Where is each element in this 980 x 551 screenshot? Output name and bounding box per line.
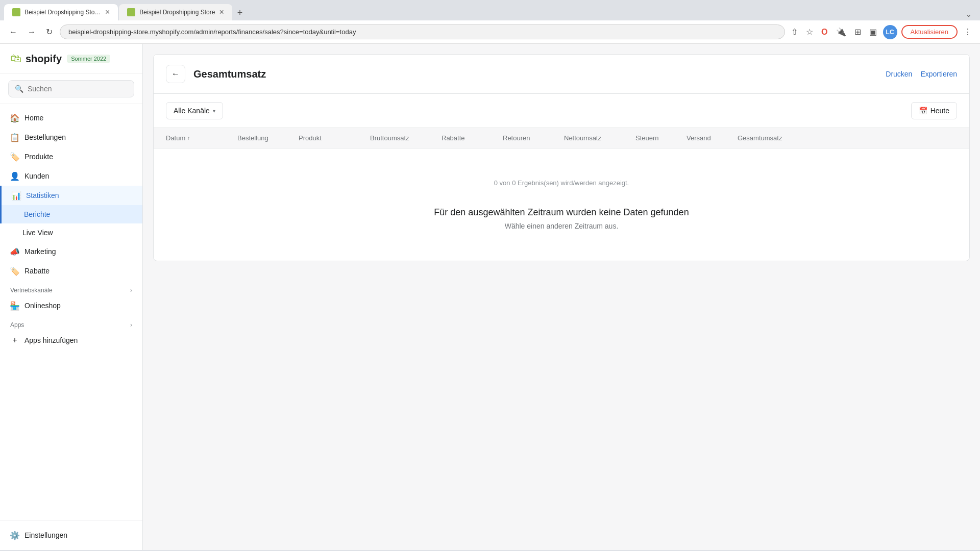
forward-nav-button[interactable]: → bbox=[24, 26, 39, 39]
extensions-button[interactable]: 🔌 bbox=[834, 25, 848, 39]
tab-favicon-1 bbox=[12, 8, 20, 16]
new-tab-button[interactable]: + bbox=[233, 6, 247, 20]
sidebar-item-online-shop[interactable]: 🏪 Onlineshop bbox=[0, 296, 142, 315]
filter-bar: Alle Kanäle ▾ 📅 Heute bbox=[154, 94, 969, 128]
sidebar-item-discounts[interactable]: 🏷️ Rabatte bbox=[0, 261, 142, 281]
sidebar-item-home-label: Home bbox=[24, 114, 43, 122]
sidebar-item-orders[interactable]: 📋 Bestellungen bbox=[0, 128, 142, 147]
shopify-icon: 🛍 bbox=[10, 52, 21, 65]
tab-bar: Beispiel Dropshipping Store ·... × Beisp… bbox=[0, 0, 980, 20]
sidebar-item-add-apps-label: Apps hinzufügen bbox=[24, 336, 78, 344]
update-button[interactable]: Aktualisieren bbox=[901, 25, 958, 39]
browser-toolbar: ← → ↻ ⇧ ☆ O 🔌 ⊞ ▣ LC Aktualisieren ⋮ bbox=[0, 20, 980, 44]
search-input[interactable] bbox=[28, 85, 128, 93]
page-header-actions: Drucken Exportieren bbox=[886, 70, 957, 78]
empty-count: 0 von 0 Ergebnis(sen) wird/werden angeze… bbox=[494, 179, 629, 187]
col-header-produkt: Produkt bbox=[299, 134, 370, 142]
sidebar-nav: 🏠 Home 📋 Bestellungen 🏷️ Produkte 👤 Kund… bbox=[0, 104, 142, 520]
search-icon: 🔍 bbox=[15, 85, 23, 93]
back-nav-button[interactable]: ← bbox=[6, 26, 20, 39]
opera-icon[interactable]: O bbox=[819, 26, 829, 39]
sidebar-item-customers-label: Kunden bbox=[24, 172, 49, 180]
apps-chevron: › bbox=[130, 321, 132, 329]
tab-close-2[interactable]: × bbox=[219, 8, 224, 16]
reload-button[interactable]: ↻ bbox=[43, 25, 56, 39]
sidebar-item-marketing-label: Marketing bbox=[24, 247, 56, 256]
col-header-steuern: Steuern bbox=[635, 134, 687, 142]
col-header-bruttoumsatz: Bruttoumsatz bbox=[370, 134, 442, 142]
discounts-icon: 🏷️ bbox=[10, 266, 19, 276]
col-header-nettoumsatz: Nettoumsatz bbox=[564, 134, 635, 142]
sidebar-item-discounts-label: Rabatte bbox=[24, 267, 50, 275]
sidebar-item-liveview-label: Live View bbox=[22, 229, 53, 237]
channels-filter-button[interactable]: Alle Kanäle ▾ bbox=[166, 102, 223, 119]
settings-icon: ⚙️ bbox=[10, 531, 19, 540]
address-bar[interactable] bbox=[60, 24, 785, 39]
back-button[interactable]: ← bbox=[166, 65, 185, 83]
print-button[interactable]: Drucken bbox=[886, 70, 912, 78]
calendar-icon: 📅 bbox=[919, 107, 927, 115]
marketing-icon: 📣 bbox=[10, 247, 19, 256]
channels-filter-label: Alle Kanäle bbox=[174, 107, 210, 115]
apps-section: Apps › bbox=[0, 315, 142, 331]
sidebar-item-customers[interactable]: 👤 Kunden bbox=[0, 166, 142, 186]
date-filter-button[interactable]: 📅 Heute bbox=[911, 102, 957, 119]
sidebar: 🛍 shopify Sommer 2022 🔍 🏠 Home bbox=[0, 44, 143, 550]
browser-tab-2[interactable]: Beispiel Dropshipping Store × bbox=[119, 4, 232, 20]
browser-window: Beispiel Dropshipping Store ·... × Beisp… bbox=[0, 0, 980, 551]
sidebar-item-settings-label: Einstellungen bbox=[24, 531, 67, 539]
browser-user-avatar[interactable]: LC bbox=[883, 25, 897, 39]
col-header-versand: Versand bbox=[687, 134, 738, 142]
sidebar-item-add-apps[interactable]: + Apps hinzufügen bbox=[0, 331, 142, 350]
share-button[interactable]: ⇧ bbox=[789, 25, 800, 39]
col-header-retouren: Retouren bbox=[503, 134, 564, 142]
sidebar-item-liveview[interactable]: Live View bbox=[0, 223, 142, 242]
search-bar: 🔍 bbox=[0, 74, 142, 104]
sidebar-item-statistics-label: Statistiken bbox=[26, 191, 59, 199]
home-icon: 🏠 bbox=[10, 113, 19, 122]
products-icon: 🏷️ bbox=[10, 152, 19, 161]
empty-subtitle: Wähle einen anderen Zeitraum aus. bbox=[505, 222, 619, 230]
shopify-logo: 🛍 shopify bbox=[10, 52, 62, 65]
sales-channels-section: Vertriebskanäle › bbox=[0, 281, 142, 296]
search-input-wrap: 🔍 bbox=[8, 80, 134, 97]
sidebar-item-statistics[interactable]: 📊 Statistiken bbox=[0, 186, 142, 205]
menu-button[interactable]: ⋮ bbox=[962, 25, 974, 39]
grid-button[interactable]: ⊞ bbox=[852, 25, 863, 39]
export-button[interactable]: Exportieren bbox=[920, 70, 957, 78]
sidebar-item-products[interactable]: 🏷️ Produkte bbox=[0, 147, 142, 166]
browser-tab-1[interactable]: Beispiel Dropshipping Store ·... × bbox=[4, 4, 118, 20]
tab-close-1[interactable]: × bbox=[105, 8, 110, 16]
tab-title-1: Beispiel Dropshipping Store ·... bbox=[24, 9, 101, 16]
sidebar-item-reports[interactable]: Berichte bbox=[0, 205, 142, 223]
bookmark-button[interactable]: ☆ bbox=[804, 25, 815, 39]
shopify-brand-name: shopify bbox=[26, 53, 62, 65]
sort-icon-datum: ↑ bbox=[187, 135, 190, 141]
table-header: Datum ↑ Bestellung Produkt Bruttoumsatz … bbox=[154, 128, 969, 148]
sidebar-item-online-shop-label: Onlineshop bbox=[24, 302, 61, 310]
add-apps-icon: + bbox=[10, 336, 19, 345]
sidebar-item-home[interactable]: 🏠 Home bbox=[0, 108, 142, 128]
tab-title-2: Beispiel Dropshipping Store bbox=[139, 9, 215, 16]
sidebar-item-reports-label: Berichte bbox=[24, 210, 50, 218]
empty-title: Für den ausgewählten Zeitraum wurden kei… bbox=[434, 207, 689, 218]
tab-more-button[interactable]: ⌄ bbox=[962, 8, 976, 20]
page-title: Gesamtumsatz bbox=[193, 68, 266, 80]
sidebar-toggle-button[interactable]: ▣ bbox=[867, 25, 879, 39]
sidebar-item-orders-label: Bestellungen bbox=[24, 133, 66, 141]
page-header: ← Gesamtumsatz Drucken Exportieren bbox=[154, 55, 969, 94]
col-header-bestellung: Bestellung bbox=[237, 134, 299, 142]
main-content: ← Gesamtumsatz Drucken Exportieren Alle … bbox=[143, 44, 980, 550]
date-filter-label: Heute bbox=[930, 107, 949, 115]
sales-channels-chevron: › bbox=[130, 287, 132, 294]
page-header-left: ← Gesamtumsatz bbox=[166, 65, 266, 83]
sidebar-item-marketing[interactable]: 📣 Marketing bbox=[0, 242, 142, 261]
statistics-icon: 📊 bbox=[12, 191, 21, 200]
table-empty-state: 0 von 0 Ergebnis(sen) wird/werden angeze… bbox=[154, 148, 969, 261]
sidebar-item-settings[interactable]: ⚙️ Einstellungen bbox=[10, 527, 132, 544]
col-header-rabatte: Rabatte bbox=[442, 134, 503, 142]
sidebar-footer: ⚙️ Einstellungen bbox=[0, 520, 142, 550]
browser-actions: ⇧ ☆ O 🔌 ⊞ ▣ LC Aktualisieren ⋮ bbox=[789, 25, 974, 39]
col-header-datum[interactable]: Datum ↑ bbox=[166, 134, 237, 142]
sidebar-header: 🛍 shopify Sommer 2022 bbox=[0, 44, 142, 74]
